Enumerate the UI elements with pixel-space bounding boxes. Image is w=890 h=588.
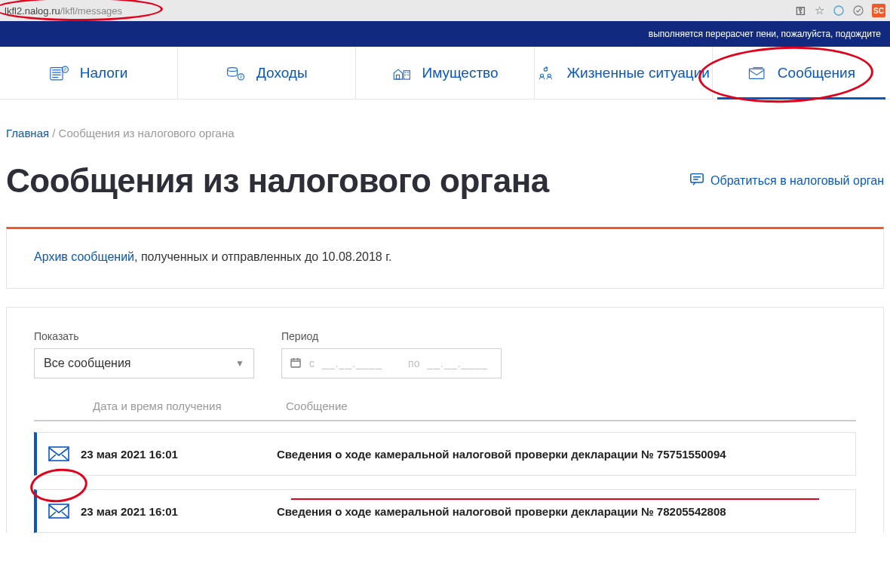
- status-strip: выполняется перерасчет пени, пожалуйста,…: [0, 21, 890, 47]
- period-from-prefix: с: [309, 357, 315, 369]
- messages-icon: [747, 65, 767, 81]
- archive-notice-card: Архив сообщений, полученных и отправленн…: [6, 227, 884, 289]
- nav-label: Доходы: [256, 65, 308, 81]
- property-icon: [391, 65, 411, 81]
- envelope-icon: [37, 504, 81, 519]
- col-date-header: Дата и время получения: [46, 400, 286, 412]
- filter-show-value: Все сообщения: [44, 357, 130, 370]
- message-datetime: 23 мая 2021 16:01: [81, 448, 277, 461]
- annotation-underline-subject: [291, 498, 819, 500]
- chevron-down-icon: ▼: [235, 358, 244, 369]
- url-host: lkfl2.nalog.ru: [5, 5, 60, 17]
- svg-rect-8: [397, 75, 400, 79]
- archive-rest-text: , полученных и отправленных до 10.08.201…: [134, 250, 392, 263]
- life-situations-icon: [537, 65, 557, 81]
- nav-item-taxes[interactable]: ₽ Налоги: [0, 47, 178, 99]
- svg-point-0: [834, 6, 843, 15]
- messages-table-header: Дата и время получения Сообщение: [34, 400, 856, 421]
- contact-tax-link[interactable]: Обратиться в налоговый орган: [689, 173, 884, 189]
- svg-rect-9: [404, 70, 410, 78]
- breadcrumb-current: Сообщения из налогового органа: [59, 127, 235, 139]
- nav-item-property[interactable]: Имущество: [356, 47, 534, 99]
- browser-toolbar-right: ⚿ ☆ SC: [793, 4, 885, 17]
- message-row[interactable]: 23 мая 2021 16:01 Сведения о ходе камера…: [34, 432, 856, 476]
- breadcrumb-sep: /: [52, 127, 58, 139]
- contact-tax-label: Обратиться в налоговый орган: [710, 174, 884, 188]
- status-text: выполняется перерасчет пени, пожалуйста,…: [649, 29, 881, 39]
- svg-rect-15: [291, 359, 300, 367]
- breadcrumb: Главная / Сообщения из налогового органа: [6, 127, 884, 139]
- url-path: /lkfl/messages: [60, 5, 122, 17]
- envelope-icon: [37, 446, 81, 461]
- page-content: Главная / Сообщения из налогового органа…: [0, 100, 890, 533]
- message-subject: Сведения о ходе камеральной налоговой пр…: [277, 505, 726, 518]
- message-datetime: 23 мая 2021 16:01: [81, 505, 277, 518]
- filter-show-select[interactable]: Все сообщения ▼: [34, 348, 254, 378]
- svg-point-10: [540, 74, 543, 77]
- filter-show: Показать Все сообщения ▼: [34, 330, 254, 378]
- bookmark-star-icon[interactable]: ☆: [813, 5, 825, 17]
- filter-show-label: Показать: [34, 330, 254, 342]
- nav-label: Жизненные ситуации: [567, 65, 710, 81]
- svg-rect-2: [51, 67, 63, 79]
- nav-label: Имущество: [422, 65, 498, 81]
- nav-item-income[interactable]: ₽ Доходы: [178, 47, 356, 99]
- key-icon[interactable]: ⚿: [793, 5, 806, 17]
- nav-item-messages[interactable]: Сообщения: [713, 47, 890, 99]
- svg-point-1: [854, 6, 863, 15]
- filter-period: Период с __.__.____ по __.__.____: [281, 330, 502, 378]
- svg-point-11: [548, 74, 551, 77]
- message-bubble-icon: [689, 173, 704, 189]
- svg-rect-13: [749, 69, 764, 78]
- filter-period-range[interactable]: с __.__.____ по __.__.____: [281, 348, 502, 378]
- period-from-placeholder: __.__.____: [322, 357, 382, 369]
- archive-link[interactable]: Архив сообщений: [34, 250, 134, 263]
- extension-icon-1[interactable]: [833, 5, 845, 17]
- svg-text:₽: ₽: [64, 68, 67, 72]
- calendar-icon: [290, 357, 302, 371]
- extension-badge-icon[interactable]: SC: [872, 4, 885, 17]
- nav-label: Сообщения: [778, 65, 855, 81]
- svg-point-5: [228, 67, 238, 71]
- main-nav: ₽ Налоги ₽ Доходы Имущество: [0, 47, 890, 100]
- col-message-header: Сообщение: [286, 400, 348, 412]
- message-row[interactable]: 23 мая 2021 16:01 Сведения о ходе камера…: [34, 489, 856, 533]
- url-text: lkfl2.nalog.ru/lkfl/messages: [5, 5, 122, 17]
- taxes-icon: ₽: [50, 65, 69, 81]
- browser-url-bar[interactable]: lkfl2.nalog.ru/lkfl/messages ⚿ ☆ SC: [0, 0, 890, 21]
- svg-rect-14: [691, 174, 703, 182]
- income-icon: ₽: [226, 65, 246, 81]
- period-to-prefix: по: [408, 357, 419, 369]
- page-title: Сообщения из налогового органа: [6, 162, 549, 200]
- nav-label: Налоги: [80, 65, 128, 81]
- svg-text:₽: ₽: [240, 75, 243, 78]
- svg-point-12: [544, 68, 547, 71]
- breadcrumb-home-link[interactable]: Главная: [6, 127, 49, 139]
- message-subject: Сведения о ходе камеральной налоговой пр…: [277, 448, 726, 461]
- period-to-placeholder: __.__.____: [427, 357, 487, 369]
- filter-period-label: Период: [281, 330, 502, 342]
- nav-item-life-situations[interactable]: Жизненные ситуации: [535, 47, 713, 99]
- extension-icon-2[interactable]: [852, 5, 864, 17]
